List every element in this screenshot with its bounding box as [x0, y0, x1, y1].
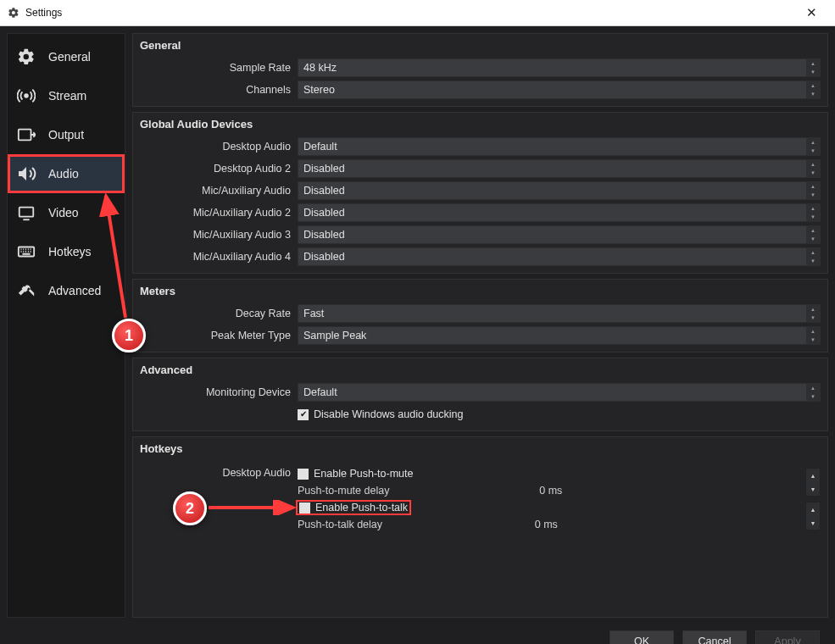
output-icon: [14, 125, 38, 144]
sidebar-item-label: Stream: [48, 89, 86, 103]
group-meters: Meters Decay RateFast▲▼ Peak Meter TypeS…: [132, 279, 828, 353]
svg-point-0: [25, 94, 28, 97]
tools-icon: [14, 281, 38, 300]
monitoring-device-select[interactable]: Default▲▼: [298, 383, 821, 402]
content-area: General Sample Rate 48 kHz ▲▼ Channels S…: [132, 33, 828, 618]
checkbox-unchecked-icon: [298, 469, 309, 480]
group-hotkeys: Hotkeys Desktop Audio Enable Push-to-mut…: [132, 436, 828, 618]
group-advanced: Advanced Monitoring DeviceDefault▲▼ ✔ Di…: [132, 358, 828, 431]
select-spinner-icon: ▲▼: [806, 160, 820, 177]
select-spinner-icon: ▲▼: [806, 81, 820, 98]
push-to-talk-label: Enable Push-to-talk: [315, 502, 408, 514]
group-title-hotkeys: Hotkeys: [140, 442, 821, 455]
peak-meter-select[interactable]: Sample Peak▲▼: [298, 326, 821, 345]
mic-aux2-select[interactable]: Disabled▲▼: [298, 203, 821, 222]
hotkey-desktop-audio-label: Desktop Audio: [140, 465, 291, 479]
push-to-talk-delay-label: Push-to-talk delay: [298, 519, 382, 530]
sidebar-item-output[interactable]: Output: [8, 115, 125, 154]
sidebar-item-label: Output: [48, 128, 84, 142]
desktop-audio2-label: Desktop Audio 2: [140, 163, 291, 175]
gear-icon: [14, 47, 38, 66]
mic-aux3-label: Mic/Auxiliary Audio 3: [140, 229, 291, 241]
select-spinner-icon: ▲▼: [806, 204, 820, 221]
sidebar-item-label: Audio: [48, 167, 79, 180]
select-spinner-icon: ▲▼: [806, 327, 820, 344]
checkbox-checked-icon: ✔: [298, 409, 309, 420]
svg-rect-2: [19, 208, 34, 217]
channels-select[interactable]: Stereo ▲▼: [298, 80, 821, 99]
select-spinner-icon: ▲▼: [806, 248, 820, 265]
sidebar-item-advanced[interactable]: Advanced: [8, 271, 125, 310]
sidebar-item-video[interactable]: Video: [8, 193, 125, 232]
push-to-mute-delay-stepper[interactable]: ▲▼: [805, 468, 821, 497]
sample-rate-select[interactable]: 48 kHz ▲▼: [298, 58, 821, 77]
svg-rect-1: [19, 130, 31, 141]
mic-aux4-label: Mic/Auxiliary Audio 4: [140, 251, 291, 263]
channels-label: Channels: [140, 84, 291, 96]
mic-aux-label: Mic/Auxiliary Audio: [140, 185, 291, 197]
peak-meter-label: Peak Meter Type: [140, 330, 291, 341]
push-to-mute-delay-value: 0 ms: [539, 485, 799, 497]
select-spinner-icon: ▲▼: [806, 226, 820, 243]
sidebar-item-label: Advanced: [48, 284, 101, 297]
mic-aux2-label: Mic/Auxiliary Audio 2: [140, 207, 291, 219]
group-title-global-audio: Global Audio Devices: [140, 118, 821, 130]
keyboard-icon: [14, 242, 38, 261]
select-spinner-icon: ▲▼: [806, 59, 820, 76]
channels-value: Stereo: [303, 84, 335, 96]
select-spinner-icon: ▲▼: [806, 305, 820, 322]
push-to-talk-delay-stepper[interactable]: ▲▼: [805, 502, 821, 530]
select-spinner-icon: ▲▼: [806, 384, 820, 401]
titlebar: Settings ✕: [0, 0, 835, 26]
desktop-audio2-select[interactable]: Disabled▲▼: [298, 159, 821, 178]
close-button[interactable]: ✕: [794, 0, 828, 25]
sidebar-item-hotkeys[interactable]: Hotkeys: [8, 232, 125, 271]
push-to-mute-label: Enable Push-to-mute: [314, 468, 413, 480]
mic-aux3-select[interactable]: Disabled▲▼: [298, 225, 821, 244]
push-to-talk-checkbox[interactable]: Enable Push-to-talk: [298, 502, 409, 514]
video-icon: [14, 203, 38, 222]
push-to-talk-delay-value: 0 ms: [535, 519, 799, 530]
stream-icon: [14, 86, 38, 105]
sidebar-item-label: Hotkeys: [48, 245, 92, 258]
disable-ducking-label: Disable Windows audio ducking: [314, 408, 463, 420]
sidebar-item-stream[interactable]: Stream: [8, 76, 125, 115]
desktop-audio-label: Desktop Audio: [140, 141, 291, 153]
group-title-general: General: [140, 39, 821, 52]
sidebar-item-audio[interactable]: Audio: [8, 154, 125, 193]
mic-aux-select[interactable]: Disabled▲▼: [298, 181, 821, 200]
footer: OK Cancel Apply: [0, 625, 835, 644]
group-title-meters: Meters: [140, 285, 821, 297]
monitoring-device-label: Monitoring Device: [140, 386, 291, 398]
sidebar-item-general[interactable]: General: [8, 37, 125, 76]
select-spinner-icon: ▲▼: [806, 138, 820, 155]
decay-rate-label: Decay Rate: [140, 308, 291, 319]
sample-rate-label: Sample Rate: [140, 62, 291, 74]
cancel-button[interactable]: Cancel: [682, 630, 747, 644]
push-to-mute-delay-label: Push-to-mute delay: [298, 485, 389, 497]
desktop-audio-select[interactable]: Default▲▼: [298, 137, 821, 156]
disable-ducking-checkbox[interactable]: ✔ Disable Windows audio ducking: [298, 408, 463, 420]
select-spinner-icon: ▲▼: [806, 182, 820, 199]
group-general: General Sample Rate 48 kHz ▲▼ Channels S…: [132, 33, 828, 107]
sidebar-item-label: Video: [48, 206, 79, 219]
push-to-mute-checkbox[interactable]: Enable Push-to-mute: [298, 468, 413, 480]
audio-icon: [14, 164, 38, 184]
sample-rate-value: 48 kHz: [303, 62, 337, 74]
sidebar-item-label: General: [48, 50, 91, 64]
ok-button[interactable]: OK: [610, 630, 674, 644]
window-title: Settings: [25, 7, 62, 19]
decay-rate-select[interactable]: Fast▲▼: [298, 304, 821, 323]
group-global-audio: Global Audio Devices Desktop AudioDefaul…: [132, 112, 828, 274]
mic-aux4-select[interactable]: Disabled▲▼: [298, 247, 821, 266]
sidebar: General Stream Output Audio Video Hotkey…: [7, 33, 125, 618]
group-title-advanced: Advanced: [140, 364, 821, 376]
checkbox-unchecked-icon: [299, 502, 310, 514]
apply-button[interactable]: Apply: [755, 630, 820, 644]
settings-gear-icon: [7, 6, 20, 19]
